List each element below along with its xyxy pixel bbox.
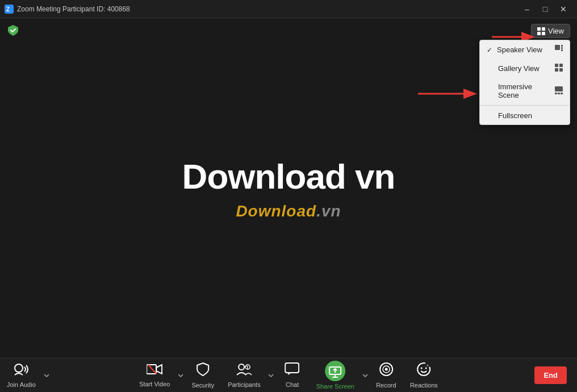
dropdown-item-fullscreen[interactable]: Fullscreen [480, 107, 570, 124]
svg-point-32 [384, 368, 387, 371]
gallery-view-label: Gallery View [498, 64, 540, 73]
start-video-chevron[interactable] [177, 370, 185, 381]
immersive-scene-icon [555, 86, 563, 96]
watermark-text: Download [236, 202, 316, 220]
security-label: Security [191, 382, 214, 389]
svg-rect-17 [561, 93, 563, 94]
view-button-label: View [548, 27, 564, 35]
join-audio-icon [13, 362, 29, 380]
maximize-button[interactable]: □ [536, 0, 554, 18]
record-label: Record [376, 382, 396, 389]
join-audio-chevron[interactable] [43, 370, 51, 381]
close-button[interactable]: ✕ [554, 0, 572, 18]
svg-point-21 [239, 364, 244, 370]
reactions-label: Reactions [410, 382, 438, 389]
dropdown-item-immersive[interactable]: Immersive Scene [480, 78, 570, 104]
svg-rect-7 [561, 45, 563, 47]
svg-rect-11 [559, 64, 563, 67]
participants-group: 1 Participants [221, 360, 275, 390]
svg-rect-8 [561, 47, 563, 49]
watermark: Download.vn [182, 202, 395, 220]
titlebar: Z Zoom Meeting Participant ID: 400868 – … [0, 0, 577, 18]
svg-text:+: + [427, 364, 429, 368]
start-video-button[interactable]: Start Video [132, 361, 177, 390]
start-video-group: Start Video [132, 361, 185, 390]
toolbar-center: Start Video Security [132, 358, 445, 392]
svg-rect-13 [559, 68, 563, 72]
join-audio-label: Join Audio [7, 381, 36, 388]
titlebar-controls: – □ ✕ [518, 0, 572, 18]
chat-icon [285, 362, 300, 380]
svg-rect-16 [558, 93, 560, 94]
reactions-button[interactable]: + Reactions [403, 360, 445, 391]
immersive-scene-label: Immersive Scene [498, 82, 555, 99]
svg-line-20 [148, 365, 156, 374]
arrow2 [412, 85, 480, 105]
security-button[interactable]: Security [185, 360, 221, 391]
share-screen-icon [325, 361, 345, 381]
start-video-label: Start Video [139, 381, 170, 387]
start-video-icon [147, 363, 162, 379]
svg-rect-6 [555, 45, 560, 50]
toolbar-right: End [534, 366, 571, 384]
share-screen-chevron[interactable] [361, 370, 369, 381]
svg-rect-5 [542, 32, 545, 35]
join-audio-group: Join Audio [0, 360, 51, 390]
reactions-icon: + [416, 362, 431, 380]
big-title: Download vn [182, 156, 395, 197]
fullscreen-label: Fullscreen [498, 111, 532, 120]
dropdown-item-speaker[interactable]: ✓ Speaker View [480, 40, 570, 59]
svg-rect-15 [555, 93, 557, 94]
svg-text:Z: Z [6, 6, 10, 12]
watermark-suffix: .vn [316, 202, 341, 220]
participants-button[interactable]: 1 Participants [221, 360, 267, 390]
svg-rect-4 [537, 32, 541, 35]
svg-rect-2 [537, 27, 541, 31]
main-content: View ✓ Speaker Vi [0, 18, 577, 358]
participants-icon: 1 [236, 362, 253, 380]
svg-text:1: 1 [246, 365, 249, 370]
svg-rect-10 [555, 64, 558, 67]
minimize-button[interactable]: – [518, 0, 536, 18]
svg-rect-14 [555, 86, 563, 91]
svg-rect-9 [561, 49, 563, 51]
dropdown-separator [480, 105, 570, 106]
record-icon [379, 362, 394, 380]
shield-icon [7, 26, 19, 39]
participants-label: Participants [228, 381, 260, 388]
center-text: Download vn Download.vn [182, 156, 395, 220]
share-screen-group: Share Screen [310, 358, 369, 392]
svg-point-35 [425, 368, 427, 369]
gallery-view-icon [555, 64, 563, 73]
speaker-view-label: Speaker View [497, 45, 542, 54]
record-button[interactable]: Record [369, 360, 403, 391]
svg-rect-3 [542, 27, 545, 31]
svg-point-34 [421, 368, 423, 369]
chat-button[interactable]: Chat [275, 360, 310, 390]
toolbar: Join Audio Start Video [0, 358, 577, 392]
security-icon [196, 362, 210, 380]
chat-label: Chat [286, 381, 299, 388]
zoom-icon: Z [5, 5, 14, 14]
share-screen-button[interactable]: Share Screen [310, 358, 361, 392]
end-button[interactable]: End [534, 366, 567, 384]
titlebar-left: Z Zoom Meeting Participant ID: 400868 [5, 5, 130, 14]
share-screen-label: Share Screen [316, 383, 354, 390]
check-icon: ✓ [487, 46, 492, 54]
view-dropdown: ✓ Speaker View Gallery View [479, 40, 570, 125]
titlebar-title: Zoom Meeting Participant ID: 400868 [17, 5, 130, 13]
shield-icon-container [7, 24, 19, 39]
svg-rect-12 [555, 68, 558, 72]
svg-rect-24 [286, 363, 299, 373]
join-audio-button[interactable]: Join Audio [0, 360, 43, 390]
participants-chevron[interactable] [267, 370, 275, 381]
speaker-view-icon [555, 45, 563, 55]
svg-point-18 [15, 364, 23, 372]
dropdown-item-gallery[interactable]: Gallery View [480, 59, 570, 78]
